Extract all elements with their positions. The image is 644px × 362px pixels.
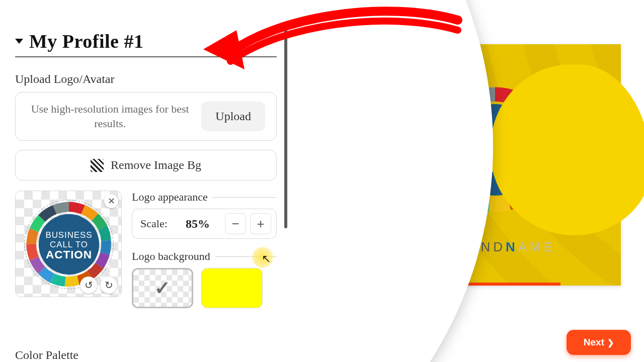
remove-bg-button[interactable]: Remove Image Bg bbox=[15, 150, 277, 180]
next-button-label: Next bbox=[584, 337, 604, 348]
next-button[interactable]: Next ❯ bbox=[567, 330, 631, 355]
logo-preview: BUSINESS CALL TO ACTION ✕ ↺ ↻ bbox=[15, 191, 122, 297]
palette-section-label: Color Palette bbox=[15, 348, 277, 362]
scale-increase-button[interactable]: + bbox=[250, 213, 271, 234]
remove-bg-label: Remove Image Bg bbox=[111, 158, 201, 172]
bg-swatch-yellow[interactable] bbox=[201, 268, 263, 308]
rotate-ccw-button[interactable]: ↺ bbox=[80, 277, 97, 294]
logo-badge-thumb: BUSINESS CALL TO ACTION bbox=[22, 197, 116, 292]
scale-label: Scale: bbox=[137, 217, 171, 230]
scale-value: 85% bbox=[175, 217, 221, 231]
svg-text:CALL TO: CALL TO bbox=[50, 240, 88, 249]
magnifier-overlay: My Profile #1 Upload Logo/Avatar Use hig… bbox=[0, 0, 493, 362]
cursor-icon: ↖ bbox=[262, 252, 271, 265]
stripes-icon bbox=[91, 159, 104, 172]
svg-text:ACTION: ACTION bbox=[46, 248, 92, 261]
upload-hint: Use high-resolution images for best resu… bbox=[27, 102, 193, 131]
upload-box: Use high-resolution images for best resu… bbox=[15, 92, 277, 141]
scale-decrease-button[interactable]: − bbox=[225, 213, 246, 234]
profile-title: My Profile #1 bbox=[29, 30, 143, 52]
profile-title-row[interactable]: My Profile #1 bbox=[15, 30, 277, 57]
svg-text:BUSINESS: BUSINESS bbox=[45, 230, 92, 240]
upload-section-label: Upload Logo/Avatar bbox=[15, 72, 277, 86]
chevron-down-icon bbox=[15, 39, 23, 44]
bg-swatch-transparent[interactable] bbox=[132, 268, 193, 308]
logo-appearance-label: Logo appearance bbox=[132, 191, 277, 204]
scale-stepper: Scale: 85% − + bbox=[132, 209, 277, 239]
chevron-right-icon: ❯ bbox=[607, 338, 614, 347]
remove-logo-button[interactable]: ✕ bbox=[104, 194, 118, 208]
upload-button[interactable]: Upload bbox=[201, 102, 265, 131]
panel-scrollbar[interactable] bbox=[284, 29, 287, 228]
rotate-cw-button[interactable]: ↻ bbox=[100, 277, 117, 294]
